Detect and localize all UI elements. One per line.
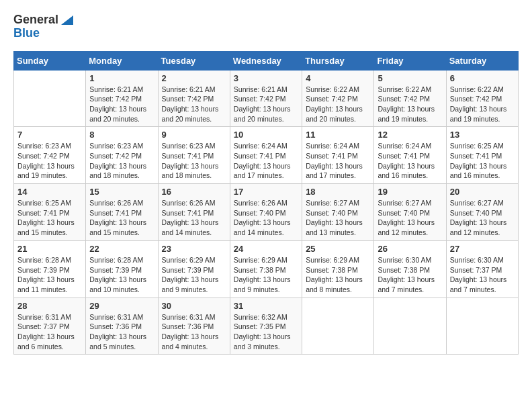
day-number: 2 bbox=[162, 73, 226, 83]
weekday-header-cell: Friday bbox=[374, 51, 446, 70]
calendar-cell: 31Sunrise: 6:32 AM Sunset: 7:35 PM Dayli… bbox=[230, 298, 302, 355]
day-info: Sunrise: 6:30 AM Sunset: 7:38 PM Dayligh… bbox=[378, 255, 442, 295]
calendar-cell: 27Sunrise: 6:30 AM Sunset: 7:37 PM Dayli… bbox=[446, 240, 518, 298]
calendar-cell: 8Sunrise: 6:23 AM Sunset: 7:42 PM Daylig… bbox=[86, 127, 158, 184]
calendar-cell: 18Sunrise: 6:27 AM Sunset: 7:40 PM Dayli… bbox=[302, 184, 374, 241]
calendar-week-row: 1Sunrise: 6:21 AM Sunset: 7:42 PM Daylig… bbox=[14, 70, 519, 127]
day-info: Sunrise: 6:23 AM Sunset: 7:41 PM Dayligh… bbox=[162, 141, 226, 181]
day-info: Sunrise: 6:22 AM Sunset: 7:42 PM Dayligh… bbox=[306, 85, 370, 124]
calendar-cell: 21Sunrise: 6:28 AM Sunset: 7:39 PM Dayli… bbox=[14, 240, 86, 298]
calendar-week-row: 14Sunrise: 6:25 AM Sunset: 7:41 PM Dayli… bbox=[14, 184, 519, 241]
day-number: 6 bbox=[450, 73, 515, 83]
day-number: 21 bbox=[17, 244, 82, 254]
day-number: 4 bbox=[306, 73, 370, 83]
calendar-cell: 20Sunrise: 6:27 AM Sunset: 7:40 PM Dayli… bbox=[446, 184, 518, 241]
day-number: 1 bbox=[89, 73, 154, 83]
day-number: 11 bbox=[306, 130, 370, 140]
day-info: Sunrise: 6:29 AM Sunset: 7:38 PM Dayligh… bbox=[306, 255, 370, 295]
day-number: 31 bbox=[234, 301, 298, 311]
calendar-table: SundayMondayTuesdayWednesdayThursdayFrid… bbox=[13, 51, 519, 355]
calendar-cell: 5Sunrise: 6:22 AM Sunset: 7:42 PM Daylig… bbox=[374, 70, 446, 127]
calendar-cell: 23Sunrise: 6:29 AM Sunset: 7:39 PM Dayli… bbox=[158, 240, 230, 298]
calendar-cell: 25Sunrise: 6:29 AM Sunset: 7:38 PM Dayli… bbox=[302, 240, 374, 298]
weekday-header-cell: Saturday bbox=[446, 51, 518, 70]
calendar-cell: 14Sunrise: 6:25 AM Sunset: 7:41 PM Dayli… bbox=[14, 184, 86, 241]
day-number: 25 bbox=[306, 244, 370, 254]
day-info: Sunrise: 6:27 AM Sunset: 7:40 PM Dayligh… bbox=[378, 198, 442, 238]
day-info: Sunrise: 6:24 AM Sunset: 7:41 PM Dayligh… bbox=[306, 141, 370, 181]
weekday-header-cell: Wednesday bbox=[230, 51, 302, 70]
day-number: 14 bbox=[17, 187, 82, 197]
day-info: Sunrise: 6:30 AM Sunset: 7:37 PM Dayligh… bbox=[450, 255, 515, 295]
weekday-header-cell: Tuesday bbox=[158, 51, 230, 70]
calendar-cell: 16Sunrise: 6:26 AM Sunset: 7:41 PM Dayli… bbox=[158, 184, 230, 241]
logo-text: General Blue bbox=[13, 13, 75, 40]
day-info: Sunrise: 6:31 AM Sunset: 7:37 PM Dayligh… bbox=[17, 312, 82, 352]
calendar-cell: 6Sunrise: 6:22 AM Sunset: 7:42 PM Daylig… bbox=[446, 70, 518, 127]
day-number: 30 bbox=[162, 301, 226, 311]
day-number: 16 bbox=[162, 187, 226, 197]
calendar-cell: 26Sunrise: 6:30 AM Sunset: 7:38 PM Dayli… bbox=[374, 240, 446, 298]
day-number: 13 bbox=[450, 130, 515, 140]
calendar-cell bbox=[14, 70, 86, 127]
weekday-header-cell: Thursday bbox=[302, 51, 374, 70]
day-number: 17 bbox=[234, 187, 298, 197]
day-info: Sunrise: 6:24 AM Sunset: 7:41 PM Dayligh… bbox=[234, 141, 298, 181]
day-info: Sunrise: 6:23 AM Sunset: 7:42 PM Dayligh… bbox=[89, 141, 154, 181]
calendar-cell: 24Sunrise: 6:29 AM Sunset: 7:38 PM Dayli… bbox=[230, 240, 302, 298]
calendar-body: 1Sunrise: 6:21 AM Sunset: 7:42 PM Daylig… bbox=[14, 70, 519, 355]
day-info: Sunrise: 6:32 AM Sunset: 7:35 PM Dayligh… bbox=[234, 312, 298, 352]
svg-marker-0 bbox=[61, 15, 73, 25]
weekday-header-cell: Monday bbox=[86, 51, 158, 70]
calendar-cell: 1Sunrise: 6:21 AM Sunset: 7:42 PM Daylig… bbox=[86, 70, 158, 127]
logo-general: General bbox=[13, 13, 58, 27]
day-number: 19 bbox=[378, 187, 442, 197]
day-number: 10 bbox=[234, 130, 298, 140]
day-number: 28 bbox=[17, 301, 82, 311]
day-number: 15 bbox=[89, 187, 154, 197]
day-info: Sunrise: 6:21 AM Sunset: 7:42 PM Dayligh… bbox=[89, 85, 154, 124]
day-number: 3 bbox=[234, 73, 298, 83]
day-info: Sunrise: 6:31 AM Sunset: 7:36 PM Dayligh… bbox=[162, 312, 226, 352]
calendar-cell: 4Sunrise: 6:22 AM Sunset: 7:42 PM Daylig… bbox=[302, 70, 374, 127]
day-number: 8 bbox=[89, 130, 154, 140]
day-info: Sunrise: 6:21 AM Sunset: 7:42 PM Dayligh… bbox=[162, 85, 226, 124]
day-number: 5 bbox=[378, 73, 442, 83]
day-number: 18 bbox=[306, 187, 370, 197]
day-info: Sunrise: 6:28 AM Sunset: 7:39 PM Dayligh… bbox=[89, 255, 154, 295]
day-info: Sunrise: 6:23 AM Sunset: 7:42 PM Dayligh… bbox=[17, 141, 82, 181]
calendar-week-row: 28Sunrise: 6:31 AM Sunset: 7:37 PM Dayli… bbox=[14, 298, 519, 355]
day-info: Sunrise: 6:27 AM Sunset: 7:40 PM Dayligh… bbox=[306, 198, 370, 238]
logo: General Blue bbox=[13, 13, 75, 40]
day-info: Sunrise: 6:25 AM Sunset: 7:41 PM Dayligh… bbox=[17, 198, 82, 238]
calendar-cell: 17Sunrise: 6:26 AM Sunset: 7:40 PM Dayli… bbox=[230, 184, 302, 241]
logo-blue: Blue bbox=[13, 27, 75, 40]
day-info: Sunrise: 6:27 AM Sunset: 7:40 PM Dayligh… bbox=[450, 198, 515, 238]
calendar-cell bbox=[374, 298, 446, 355]
calendar-cell: 12Sunrise: 6:24 AM Sunset: 7:41 PM Dayli… bbox=[374, 127, 446, 184]
day-number: 22 bbox=[89, 244, 154, 254]
weekday-header-cell: Sunday bbox=[14, 51, 86, 70]
calendar-cell: 30Sunrise: 6:31 AM Sunset: 7:36 PM Dayli… bbox=[158, 298, 230, 355]
day-info: Sunrise: 6:28 AM Sunset: 7:39 PM Dayligh… bbox=[17, 255, 82, 295]
calendar-cell bbox=[302, 298, 374, 355]
calendar-cell: 22Sunrise: 6:28 AM Sunset: 7:39 PM Dayli… bbox=[86, 240, 158, 298]
day-info: Sunrise: 6:26 AM Sunset: 7:41 PM Dayligh… bbox=[89, 198, 154, 238]
day-info: Sunrise: 6:26 AM Sunset: 7:40 PM Dayligh… bbox=[234, 198, 298, 238]
calendar-cell: 7Sunrise: 6:23 AM Sunset: 7:42 PM Daylig… bbox=[14, 127, 86, 184]
day-number: 20 bbox=[450, 187, 515, 197]
page-header: General Blue bbox=[13, 13, 519, 40]
calendar-cell: 11Sunrise: 6:24 AM Sunset: 7:41 PM Dayli… bbox=[302, 127, 374, 184]
day-number: 27 bbox=[450, 244, 515, 254]
calendar-cell: 29Sunrise: 6:31 AM Sunset: 7:36 PM Dayli… bbox=[86, 298, 158, 355]
day-info: Sunrise: 6:22 AM Sunset: 7:42 PM Dayligh… bbox=[378, 85, 442, 124]
day-info: Sunrise: 6:29 AM Sunset: 7:38 PM Dayligh… bbox=[234, 255, 298, 295]
calendar-cell bbox=[446, 298, 518, 355]
day-info: Sunrise: 6:31 AM Sunset: 7:36 PM Dayligh… bbox=[89, 312, 154, 352]
day-number: 12 bbox=[378, 130, 442, 140]
day-info: Sunrise: 6:26 AM Sunset: 7:41 PM Dayligh… bbox=[162, 198, 226, 238]
calendar-cell: 9Sunrise: 6:23 AM Sunset: 7:41 PM Daylig… bbox=[158, 127, 230, 184]
calendar-cell: 2Sunrise: 6:21 AM Sunset: 7:42 PM Daylig… bbox=[158, 70, 230, 127]
weekday-header-row: SundayMondayTuesdayWednesdayThursdayFrid… bbox=[14, 51, 519, 70]
calendar-cell: 10Sunrise: 6:24 AM Sunset: 7:41 PM Dayli… bbox=[230, 127, 302, 184]
